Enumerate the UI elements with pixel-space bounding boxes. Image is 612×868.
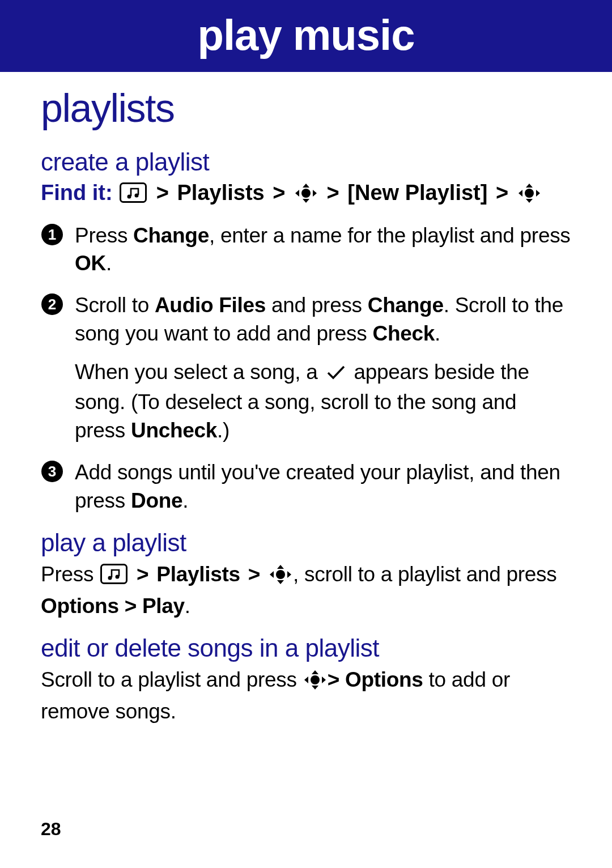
content: playlists create a playlist Find it: > P…	[0, 72, 612, 726]
svg-marker-25	[287, 571, 291, 578]
nav-center-icon	[295, 183, 317, 210]
checkmark-icon	[326, 360, 346, 388]
svg-point-2	[135, 194, 139, 198]
gt: >	[325, 181, 348, 205]
nav-center-icon	[269, 564, 292, 592]
text: , scroll to a playlist and press	[293, 563, 556, 586]
svg-point-21	[116, 575, 120, 578]
gt: >	[328, 668, 345, 691]
svg-marker-10	[518, 190, 522, 197]
svg-marker-30	[322, 676, 326, 683]
banner-title: play music	[198, 11, 415, 59]
text: .)	[217, 419, 230, 442]
svg-text:1: 1	[48, 226, 56, 243]
svg-marker-11	[536, 190, 540, 197]
done-label: Done	[131, 489, 182, 512]
banner: play music	[0, 0, 612, 72]
svg-marker-22	[277, 565, 284, 569]
edit-paragraph: Scroll to a playlist and press > Options…	[41, 666, 571, 726]
svg-rect-0	[121, 184, 146, 202]
text: .	[106, 252, 112, 275]
gt: >	[240, 563, 268, 586]
svg-text:2: 2	[48, 296, 56, 313]
text: .	[185, 594, 190, 618]
heading-create: create a playlist	[41, 148, 571, 176]
svg-marker-24	[270, 571, 274, 578]
change-label: Change	[368, 293, 444, 317]
find-it-line: Find it: > Playlists > > [New Playlist]	[41, 180, 571, 210]
svg-marker-3	[303, 184, 309, 188]
gt: >	[134, 563, 156, 586]
music-icon	[100, 563, 128, 592]
music-icon	[120, 182, 147, 210]
svg-marker-28	[312, 686, 318, 690]
step-3: 3 Add songs until you've created your pl…	[41, 458, 571, 515]
nav-center-icon	[518, 183, 541, 210]
gt: >	[494, 181, 517, 205]
uncheck-label: Uncheck	[131, 419, 217, 442]
playlists-label: Playlists	[156, 563, 240, 586]
text: Scroll to	[75, 293, 155, 317]
ok-label: OK	[75, 252, 106, 275]
step-1: 1 Press Change, enter a name for the pla…	[41, 222, 571, 278]
change-label: Change	[133, 224, 209, 247]
text: , enter a name for the playlist and pres…	[209, 224, 571, 247]
steps-list: 1 Press Change, enter a name for the pla…	[41, 222, 571, 515]
find-it-label: Find it:	[41, 181, 113, 205]
text: Scroll to a playlist and press	[41, 668, 303, 691]
svg-marker-8	[526, 184, 533, 188]
text: When you select a song, a	[75, 360, 324, 384]
gt: >	[270, 181, 294, 205]
svg-marker-4	[303, 199, 309, 203]
heading-edit: edit or delete songs in a playlist	[41, 634, 571, 662]
text: .	[182, 489, 188, 512]
svg-marker-9	[526, 199, 533, 203]
svg-point-26	[276, 570, 285, 579]
text: Press	[75, 224, 133, 247]
step-number-icon: 2	[41, 293, 66, 316]
svg-point-1	[128, 195, 131, 199]
nav-center-icon	[304, 669, 326, 697]
section-title: playlists	[41, 86, 571, 131]
svg-rect-19	[101, 564, 127, 583]
svg-point-12	[525, 189, 534, 198]
audio-files-label: Audio Files	[155, 293, 266, 317]
heading-play: play a playlist	[41, 529, 571, 557]
nav-new-playlist: [New Playlist]	[347, 181, 487, 205]
options-play-label: Options > Play	[41, 594, 185, 618]
text: and press	[266, 293, 368, 317]
svg-marker-29	[304, 676, 308, 683]
gt: >	[154, 181, 177, 205]
options-label: Options	[345, 668, 423, 691]
svg-text:3: 3	[48, 463, 56, 480]
step-2-body: Scroll to Audio Files and press Change. …	[75, 291, 571, 445]
page-number: 28	[41, 819, 61, 840]
text: Press	[41, 563, 99, 586]
svg-marker-27	[312, 670, 318, 674]
play-paragraph: Press > Playlists > , scroll to a playli…	[41, 560, 571, 620]
svg-point-20	[108, 576, 112, 580]
svg-point-31	[311, 675, 320, 684]
step-3-body: Add songs until you've created your play…	[75, 458, 571, 515]
step-number-icon: 1	[41, 223, 66, 246]
svg-marker-23	[277, 580, 284, 584]
svg-marker-5	[295, 190, 299, 197]
step-1-body: Press Change, enter a name for the playl…	[75, 222, 571, 278]
svg-point-7	[301, 189, 311, 198]
step-2: 2 Scroll to Audio Files and press Change…	[41, 291, 571, 445]
check-label: Check	[373, 322, 435, 345]
svg-marker-6	[313, 190, 317, 197]
nav-playlists: Playlists	[177, 181, 265, 205]
text: .	[435, 322, 440, 345]
step-number-icon: 3	[41, 460, 66, 483]
